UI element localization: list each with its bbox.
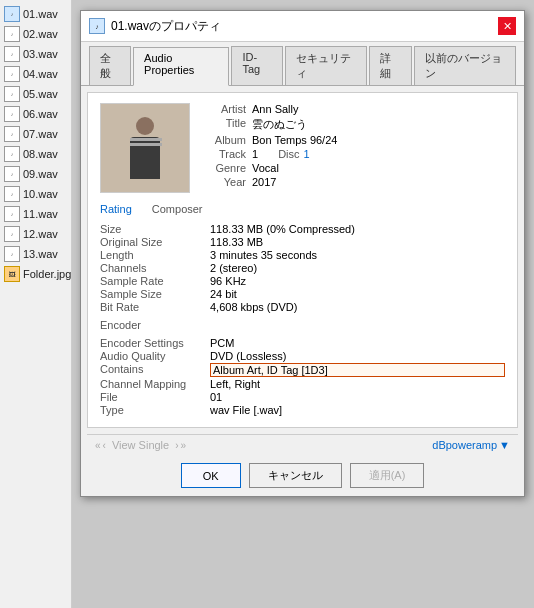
sidebar-item-12wav[interactable]: ♪ 12.wav — [0, 224, 71, 244]
track-label: Track — [202, 148, 252, 160]
dialog-titlebar: ♪ 01.wavのプロパティ ✕ — [81, 11, 524, 42]
nav-buttons: « ‹ View Single › » — [95, 439, 186, 451]
wav-icon: ♪ — [4, 206, 20, 222]
apply-button[interactable]: 適用(A) — [350, 463, 425, 488]
album-art-figure — [101, 104, 189, 192]
sidebar-item-01wav[interactable]: ♪ 01.wav — [0, 4, 71, 24]
figure-head — [136, 117, 154, 135]
ok-button[interactable]: OK — [181, 463, 241, 488]
contains-row: Contains Album Art, ID Tag [1D3] — [100, 363, 505, 377]
sidebar-item-13wav[interactable]: ♪ 13.wav — [0, 244, 71, 264]
jpg-icon: 🖼 — [4, 266, 20, 282]
size-label: Size — [100, 223, 210, 235]
detail-channels: Channels 2 (stereo) — [100, 262, 505, 274]
original-size-label: Original Size — [100, 236, 210, 248]
sidebar-item-04wav[interactable]: ♪ 04.wav — [0, 64, 71, 84]
genre-row: Genre Vocal — [202, 162, 505, 174]
sidebar-label: 11.wav — [23, 208, 58, 220]
channel-mapping-row: Channel Mapping Left, Right — [100, 378, 505, 390]
length-value: 3 minutes 35 seconds — [210, 249, 505, 261]
album-value: Bon Temps 96/24 — [252, 134, 505, 146]
tab-details[interactable]: 詳細 — [369, 46, 411, 85]
encoder-settings-row: Encoder Settings PCM — [100, 337, 505, 349]
nav-prev-prev-button[interactable]: « — [95, 440, 101, 451]
nav-next-button[interactable]: › — [175, 440, 178, 451]
sidebar-item-06wav[interactable]: ♪ 06.wav — [0, 104, 71, 124]
sidebar-item-02wav[interactable]: ♪ 02.wav — [0, 24, 71, 44]
view-single-label[interactable]: View Single — [112, 439, 169, 451]
artist-label: Artist — [202, 103, 252, 115]
album-art — [100, 103, 190, 193]
wav-icon: ♪ — [4, 146, 20, 162]
wav-icon: ♪ — [4, 126, 20, 142]
channels-value: 2 (stereo) — [210, 262, 505, 274]
sidebar-item-10wav[interactable]: ♪ 10.wav — [0, 184, 71, 204]
sidebar-item-03wav[interactable]: ♪ 03.wav — [0, 44, 71, 64]
figure-stripe-2 — [130, 143, 162, 146]
disc-label: Disc — [278, 148, 303, 160]
file-list-sidebar: ♪ 01.wav ♪ 02.wav ♪ 03.wav ♪ 04.wav ♪ 05… — [0, 0, 72, 608]
size-value: 118.33 MB (0% Compressed) — [210, 223, 505, 235]
file-row: File 01 — [100, 391, 505, 403]
meta-table: Artist Ann Sally Title 雲のぬごう Album Bon T… — [202, 103, 505, 193]
tab-security[interactable]: セキュリティ — [285, 46, 367, 85]
close-button[interactable]: ✕ — [498, 17, 516, 35]
file-value: 01 — [210, 391, 505, 403]
contains-value: Album Art, ID Tag [1D3] — [210, 363, 505, 377]
tab-id-tag[interactable]: ID-Tag — [231, 46, 283, 85]
composer-label: Composer — [152, 203, 209, 215]
sidebar-item-folderjpg[interactable]: 🖼 Folder.jpg — [0, 264, 71, 284]
wav-icon: ♪ — [4, 46, 20, 62]
tab-previous-versions[interactable]: 以前のバージョン — [414, 46, 516, 85]
sidebar-label: Folder.jpg — [23, 268, 71, 280]
sidebar-item-11wav[interactable]: ♪ 11.wav — [0, 204, 71, 224]
detail-original-size: Original Size 118.33 MB — [100, 236, 505, 248]
channel-mapping-label: Channel Mapping — [100, 378, 210, 390]
detail-sample-size: Sample Size 24 bit — [100, 288, 505, 300]
wav-icon: ♪ — [4, 106, 20, 122]
sidebar-label: 04.wav — [23, 68, 58, 80]
dialog-title: 01.wavのプロパティ — [111, 18, 221, 35]
audio-quality-label: Audio Quality — [100, 350, 210, 362]
sample-rate-label: Sample Rate — [100, 275, 210, 287]
title-row: Title 雲のぬごう — [202, 117, 505, 132]
bottom-bar: « ‹ View Single › » dBpoweramp ▼ — [87, 434, 518, 455]
audio-quality-row: Audio Quality DVD (Lossless) — [100, 350, 505, 362]
sidebar-item-08wav[interactable]: ♪ 08.wav — [0, 144, 71, 164]
channel-mapping-value: Left, Right — [210, 378, 505, 390]
tab-audio-properties[interactable]: Audio Properties — [133, 47, 229, 86]
sidebar-label: 01.wav — [23, 8, 58, 20]
album-row: Album Bon Temps 96/24 — [202, 134, 505, 146]
sample-size-label: Sample Size — [100, 288, 210, 300]
dbpoweramp-chevron-icon: ▼ — [499, 439, 510, 451]
wav-icon: ♪ — [4, 86, 20, 102]
wav-icon: ♪ — [4, 186, 20, 202]
sample-size-value: 24 bit — [210, 288, 505, 300]
wav-icon: ♪ — [4, 226, 20, 242]
rating-link[interactable]: Rating — [100, 203, 132, 215]
sidebar-item-09wav[interactable]: ♪ 09.wav — [0, 164, 71, 184]
sidebar-item-07wav[interactable]: ♪ 07.wav — [0, 124, 71, 144]
cancel-button[interactable]: キャンセル — [249, 463, 342, 488]
nav-next-next-button[interactable]: » — [181, 440, 187, 451]
type-row: Type wav File [.wav] — [100, 404, 505, 416]
sidebar-label: 02.wav — [23, 28, 58, 40]
sidebar-label: 08.wav — [23, 148, 58, 160]
disc-value: 1 — [304, 148, 505, 160]
sample-rate-value: 96 KHz — [210, 275, 505, 287]
tab-general[interactable]: 全般 — [89, 46, 131, 85]
wav-icon: ♪ — [4, 6, 20, 22]
original-size-value: 118.33 MB — [210, 236, 505, 248]
wav-icon: ♪ — [4, 246, 20, 262]
artist-row: Artist Ann Sally — [202, 103, 505, 115]
sidebar-label: 06.wav — [23, 108, 58, 120]
wav-icon: ♪ — [4, 66, 20, 82]
dbpoweramp-button[interactable]: dBpoweramp ▼ — [432, 439, 510, 451]
nav-prev-button[interactable]: ‹ — [103, 440, 106, 451]
bit-rate-value: 4,608 kbps (DVD) — [210, 301, 505, 313]
dbpoweramp-label: dBpoweramp — [432, 439, 497, 451]
sidebar-item-05wav[interactable]: ♪ 05.wav — [0, 84, 71, 104]
wav-icon: ♪ — [4, 26, 20, 42]
figure-stripe — [130, 138, 162, 141]
channels-label: Channels — [100, 262, 210, 274]
